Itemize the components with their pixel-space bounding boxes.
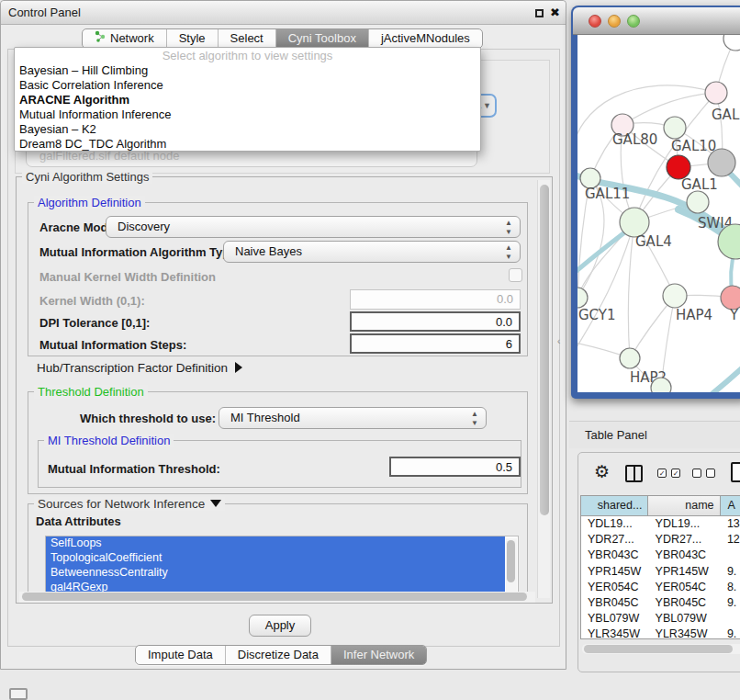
network-window-titlebar[interactable] <box>573 7 740 35</box>
split-panel-icon[interactable] <box>625 465 643 482</box>
table-row[interactable]: YER054CYER054C8. <box>581 580 740 595</box>
float-window-icon[interactable] <box>535 9 544 17</box>
network-node[interactable] <box>723 35 740 51</box>
table-cell: YBR045C <box>581 595 649 611</box>
table-row[interactable]: YBL079WYBL079W <box>581 611 740 627</box>
tab-select[interactable]: Select <box>219 29 276 48</box>
network-node-label: GAL1 <box>681 176 718 193</box>
network-node[interactable] <box>577 288 588 308</box>
table-row[interactable]: YBR045CYBR045C9. <box>581 595 740 611</box>
tab-infer-network-label: Infer Network <box>343 646 414 664</box>
mi-type-combo[interactable]: Naive Bayes ▲▼ <box>223 241 521 263</box>
table-cell: YPR145W <box>581 564 649 580</box>
table-cell: YDL19... <box>649 516 721 532</box>
new-table-document-icon[interactable] <box>731 462 740 482</box>
dpi-tolerance-field[interactable]: 0.0 <box>350 311 521 332</box>
network-node-label: Y <box>729 307 739 323</box>
table-panel-title: Table Panel <box>585 422 647 449</box>
table-toolbar: ⚙ ✓✓ <box>578 464 740 491</box>
data-attribute-option[interactable]: BetweennessCentrality <box>46 566 505 581</box>
column-header-shared-name[interactable]: shared... <box>581 496 648 515</box>
deselect-all-checkboxes-icon[interactable] <box>692 469 715 478</box>
column-header-name[interactable]: name <box>648 496 720 515</box>
network-node[interactable] <box>664 117 686 139</box>
data-attribute-option[interactable]: SelfLoops <box>46 536 505 551</box>
tab-jactivemnodules[interactable]: jActiveMNodules <box>369 29 482 48</box>
data-attributes-label: Data Attributes <box>36 514 121 528</box>
network-view-content[interactable]: GALGAL80GAL10GAL1GAL11SWI4GAL4GCY1HAP4YH… <box>577 35 740 392</box>
settings-vertical-scrollbar[interactable] <box>537 180 550 598</box>
algorithm-option[interactable]: Mutual Information Inference <box>15 107 480 122</box>
algorithm-option[interactable]: Basic Correlation Inference <box>15 78 480 93</box>
mi-threshold-title: MI Threshold Definition <box>44 434 174 447</box>
apply-button[interactable]: Apply <box>249 615 311 637</box>
network-node[interactable] <box>705 82 727 104</box>
mi-steps-field[interactable]: 6 <box>350 333 521 354</box>
tab-discretize-data[interactable]: Discretize Data <box>226 646 331 664</box>
network-node-label: GAL <box>712 107 740 123</box>
control-panel-titlebar[interactable]: Control Panel ✖ <box>1 1 566 25</box>
table-cell <box>721 548 740 563</box>
mi-threshold-field[interactable]: 0.5 <box>389 457 521 477</box>
network-node-label: GAL11 <box>585 186 630 202</box>
network-node[interactable] <box>708 149 735 176</box>
which-threshold-combo[interactable]: MI Threshold ▲▼ <box>219 407 487 429</box>
network-node[interactable] <box>651 378 671 392</box>
table-row[interactable]: YDL19...YDL19...13 <box>581 516 740 532</box>
list-vertical-scrollbar[interactable] <box>506 538 517 593</box>
stepper-arrows-icon: ▲▼ <box>505 242 512 262</box>
network-node[interactable] <box>687 191 709 213</box>
table-cell: YDR27... <box>581 532 649 548</box>
manual-kernel-checkbox[interactable] <box>509 268 522 282</box>
stepper-arrows-icon: ▲▼ <box>471 408 478 428</box>
tab-network[interactable]: Network <box>83 29 167 48</box>
table-row[interactable]: YPR145WYPR145W9. <box>581 564 740 580</box>
data-attributes-list: SelfLoopsTopologicalCoefficientBetweenne… <box>46 536 518 595</box>
close-icon[interactable]: ✖ <box>550 5 560 21</box>
table-row[interactable]: YLR345WYLR345W9. <box>581 627 740 639</box>
algorithm-option[interactable]: Dream8 DC_TDC Algorithm <box>15 137 480 152</box>
table-row[interactable]: YDR27...YDR27...12 <box>581 532 740 548</box>
table-panel-titlebar[interactable]: Table Panel <box>569 421 740 448</box>
table-panel: ⚙ ✓✓ shared... name A YDL19...YDL19...13… <box>577 452 740 672</box>
collapsed-arrow-icon <box>235 362 242 373</box>
desktop: Control Panel ✖ Network Style Select <box>0 0 740 700</box>
control-panel-window: Control Panel ✖ Network Style Select <box>0 0 566 670</box>
mi-type-label: Mutual Information Algorithm Type: <box>39 245 241 259</box>
hub-definition-toggle[interactable]: Hub/Transcription Factor Definition <box>37 361 242 375</box>
algorithm-option[interactable]: Bayesian – K2 <box>15 122 480 137</box>
algorithm-option[interactable]: Bayesian – Hill Climbing <box>15 63 480 78</box>
aracne-mode-combo[interactable]: Discovery ▲▼ <box>106 216 521 238</box>
column-header-partial[interactable]: A <box>721 496 740 515</box>
tab-infer-network[interactable]: Infer Network <box>331 646 426 664</box>
splitter-collapse-arrow[interactable]: ‹ <box>557 336 560 346</box>
kernel-width-field[interactable]: 0.0 <box>350 289 521 310</box>
tab-impute-data[interactable]: Impute Data <box>136 646 226 664</box>
table-row[interactable]: YBR043CYBR043C <box>581 548 740 563</box>
network-node[interactable] <box>620 348 640 368</box>
select-all-checkboxes-icon[interactable]: ✓✓ <box>657 469 680 478</box>
tab-discretize-data-label: Discretize Data <box>238 646 319 664</box>
which-threshold-label: Which threshold to use: <box>80 412 216 425</box>
table-horizontal-scrollbar[interactable] <box>582 644 740 654</box>
network-node-label: HAP4 <box>676 307 712 323</box>
settings-horizontal-scrollbar[interactable] <box>19 592 535 603</box>
tab-style[interactable]: Style <box>167 29 219 48</box>
tab-impute-data-label: Impute Data <box>148 646 213 664</box>
tab-style-label: Style <box>179 29 206 48</box>
tab-cyni-toolbox[interactable]: Cyni Toolbox <box>276 29 369 48</box>
stepper-arrows-icon: ▲▼ <box>505 217 512 237</box>
data-attribute-option[interactable]: TopologicalCoefficient <box>46 551 505 566</box>
panel-grip-icon[interactable] <box>9 688 28 700</box>
dpi-tolerance-label: DPI Tolerance [0,1]: <box>39 316 150 330</box>
table-cell: YLR345W <box>581 627 649 639</box>
network-view-window: GALGAL80GAL10GAL1GAL11SWI4GAL4GCY1HAP4YH… <box>571 6 740 399</box>
minimize-traffic-light-icon[interactable] <box>608 15 621 28</box>
network-node[interactable] <box>663 284 687 308</box>
algorithm-option[interactable]: ARACNE Algorithm <box>15 93 480 107</box>
table-cell: YDR27... <box>649 532 721 548</box>
zoom-traffic-light-icon[interactable] <box>627 15 640 28</box>
close-traffic-light-icon[interactable] <box>589 15 601 28</box>
settings-gear-icon[interactable]: ⚙ <box>594 461 610 482</box>
sources-title-row[interactable]: Sources for Network Inference <box>34 497 225 511</box>
